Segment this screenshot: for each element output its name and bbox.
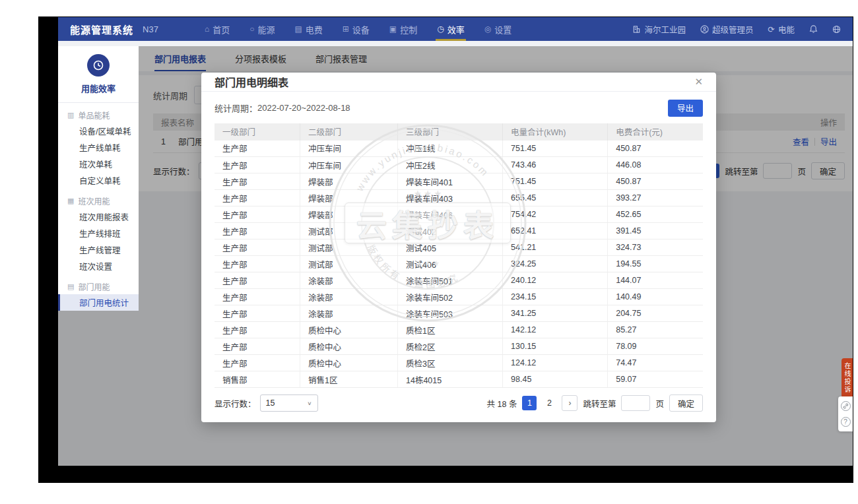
page-button-1[interactable]: 1	[522, 396, 537, 410]
nav-label: 电费	[306, 23, 323, 36]
table-cell: 测试部	[300, 239, 398, 256]
page-button-2[interactable]: 2	[542, 396, 556, 410]
table-cell: 393.27	[608, 190, 703, 206]
table-cell: 655.45	[503, 190, 608, 206]
help-icon[interactable]: ?	[841, 417, 851, 427]
sidebar-item-line-manage[interactable]: 生产线管理	[58, 241, 139, 258]
next-page-button[interactable]: ›	[562, 395, 578, 411]
energy-mode-switch[interactable]: ⟳ 电能	[768, 23, 795, 36]
sidebar-item-device-unit[interactable]: 设备/区域单耗	[58, 123, 139, 139]
table-cell: 质检中心	[300, 355, 398, 371]
table-cell: 焊装部	[300, 173, 398, 190]
table-cell: 涂装车间502	[398, 289, 503, 305]
table-cell: 391.45	[608, 223, 703, 239]
table-cell: 234.15	[503, 289, 608, 305]
float-toolbar: ?	[838, 396, 853, 431]
table-cell: 98.45	[503, 371, 608, 388]
table-cell: 751.45	[503, 141, 608, 157]
sidebar-group-dept-energy: ▤部门用能	[58, 278, 139, 294]
nav-item-efficiency[interactable]: ◷效率	[437, 17, 465, 41]
sidebar-item-line-unit[interactable]: 生产线单耗	[58, 139, 139, 156]
table-cell: 销售部	[214, 371, 300, 388]
table-cell: 涂装部	[300, 305, 398, 322]
table-cell: 78.09	[608, 338, 703, 355]
sidebar-item-line-schedule[interactable]: 生产线排班	[58, 225, 139, 241]
col-cost-total: 电费合计(元)	[608, 123, 703, 141]
nav-label: 设置	[494, 23, 512, 36]
modal-pager: 共 18 条 1 2 › 跳转至第 页 确定	[487, 394, 703, 412]
sidebar-item-custom-unit[interactable]: 自定义单耗	[58, 172, 139, 189]
export-button[interactable]: 导出	[668, 100, 703, 117]
nav-label: 控制	[400, 23, 417, 36]
modal-rows-select[interactable]: 15 ∨	[260, 394, 318, 412]
nav-item-device[interactable]: ⊞设备	[343, 17, 370, 41]
nav-item-bill[interactable]: ▤电费	[294, 17, 322, 41]
nav-item-control[interactable]: ▣控制	[389, 17, 417, 41]
notifications-button[interactable]	[809, 24, 818, 34]
table-row: 生产部涂装部涂装车间501240.12144.07	[214, 272, 703, 289]
jump-page-input[interactable]	[621, 395, 650, 411]
dept-detail-modal: 部门用电明细表 ✕ 统计周期： 2022-07-20~2022-08-18 导出…	[201, 73, 716, 422]
group-label: 班次用能	[78, 195, 110, 206]
table-cell: 冲压2线	[398, 157, 503, 173]
table-cell: 204.75	[608, 305, 703, 322]
user-menu[interactable]: 超级管理员	[700, 23, 754, 36]
user-icon	[700, 25, 709, 34]
chart-icon: ▥	[67, 111, 74, 119]
sidebar-item-shift-setting[interactable]: 班次设置	[58, 258, 139, 274]
contact-link-icon[interactable]	[841, 401, 851, 411]
sidebar-title: 用能效率	[58, 82, 139, 94]
table-row: 生产部冲压车间冲压2线743.46446.08	[214, 157, 703, 173]
table-cell: 446.08	[608, 157, 703, 173]
table-row: 生产部测试部测试406324.25194.55	[214, 256, 703, 272]
nav-item-settings[interactable]: ◎设置	[484, 17, 512, 41]
sidebar-item-shift-unit[interactable]: 班次单耗	[58, 156, 139, 172]
sidebar-header: 用能效率	[58, 54, 139, 103]
sidebar-group-single-item: ▥单品能耗	[58, 107, 139, 123]
app-code: N37	[143, 24, 158, 34]
table-cell: 质检2区	[398, 338, 503, 355]
table-row: 生产部质检中心质检1区142.1285.27	[214, 322, 703, 338]
table-row: 生产部焊装部焊装车间406754.42452.65	[214, 206, 703, 223]
table-cell: 生产部	[214, 305, 300, 322]
table-cell: 冲压车间	[300, 141, 398, 157]
home-icon: ⌂	[205, 24, 209, 34]
efficiency-icon: ◷	[437, 24, 444, 34]
complaint-label: 在线投诉	[842, 362, 852, 394]
table-cell: 124.12	[503, 355, 608, 371]
detail-table-header: 一级部门 二级部门 三级部门 电量合计(kWh) 电费合计(元)	[214, 123, 703, 141]
table-cell: 涂装车间503	[398, 305, 503, 322]
table-cell: 测试部	[300, 256, 398, 272]
modal-header: 部门用电明细表 ✕	[201, 73, 716, 92]
sidebar: 用能效率 ▥单品能耗 设备/区域单耗 生产线单耗 班次单耗 自定义单耗 ▦班次用…	[58, 46, 139, 305]
sidebar-item-dept-electricity[interactable]: 部门用电统计	[58, 294, 139, 311]
col-dept-l2: 二级部门	[300, 123, 398, 141]
online-complaint-tab[interactable]: 在线投诉	[842, 358, 853, 398]
app-window: 能源管理系统 N37 ⌂首页 ○能源 ▤电费 ⊞设备 ▣控制 ◷效率 ◎设置 海…	[58, 17, 853, 466]
table-cell: 751.45	[503, 173, 608, 190]
nav-item-home[interactable]: ⌂首页	[205, 17, 230, 41]
table-cell: 194.55	[608, 256, 703, 272]
table-row: 销售部销售1区14栋401598.4559.07	[214, 371, 703, 388]
table-cell: 743.46	[503, 157, 608, 173]
energy-mode-label: 电能	[778, 23, 795, 36]
table-cell: 生产部	[214, 206, 300, 223]
modal-subheader: 统计周期： 2022-07-20~2022-08-18 导出	[201, 92, 716, 123]
nav-item-energy[interactable]: ○能源	[249, 17, 275, 41]
nav-label: 首页	[213, 23, 230, 36]
table-cell: 240.12	[503, 272, 608, 289]
jump-confirm-button[interactable]: 确定	[669, 394, 703, 412]
jump-label: 跳转至第	[583, 397, 616, 410]
detail-table: 一级部门 二级部门 三级部门 电量合计(kWh) 电费合计(元) 生产部冲压车间…	[214, 123, 703, 389]
park-selector[interactable]: 海尔工业园	[632, 23, 686, 36]
rows-per-page-value: 15	[266, 398, 275, 408]
table-cell: 142.12	[503, 322, 608, 338]
calendar-icon: ▦	[67, 197, 74, 205]
sidebar-item-shift-report[interactable]: 班次用能报表	[58, 208, 139, 225]
navbar-right: 海尔工业园 超级管理员 ⟳ 电能	[632, 23, 841, 36]
table-cell: 452.65	[608, 206, 703, 223]
close-icon[interactable]: ✕	[694, 77, 703, 86]
table-cell: 测试部	[300, 223, 398, 239]
device-icon: ⊞	[343, 24, 349, 34]
language-button[interactable]	[832, 25, 841, 34]
